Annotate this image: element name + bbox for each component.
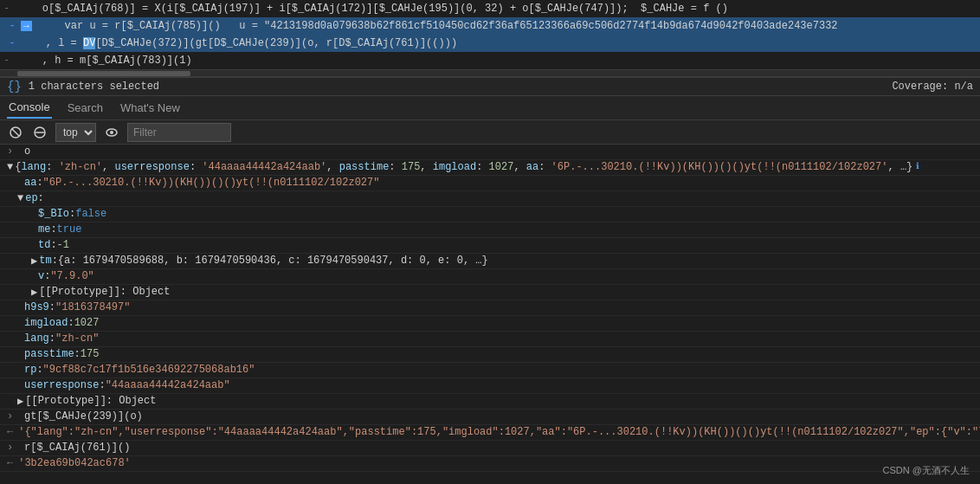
clear-icon (9, 126, 23, 139)
val-rp: "9cf88c7c17f1b516e34692275068ab16" (43, 364, 255, 376)
prop-userresponse: userresponse : "44aaaa44442a424aab" (0, 378, 980, 394)
key-v: v (38, 270, 44, 282)
line-content-1: o[$_CAIAj(768)] = X(i[$_CAIAj(197)] + i[… (17, 3, 728, 15)
context-select[interactable]: top (55, 123, 96, 142)
prompt-left2: ← (7, 457, 13, 469)
val-bio: false (75, 208, 106, 220)
val-h9s9: "1816378497" (55, 301, 130, 313)
line-dash-1: - (3, 3, 17, 15)
scrollbar-thumb[interactable] (17, 71, 190, 76)
val-aa: "6P.-...30210.(!!Kv))(KH())()()yt(!!(n01… (43, 177, 380, 189)
horizontal-scrollbar[interactable] (0, 69, 980, 76)
filter-toggle-button[interactable] (31, 124, 48, 141)
toolbar: top (0, 120, 980, 145)
line-content-2: → var u = r[$_CAIAj(785)]() u = "4213198… (21, 20, 838, 32)
console-object-root[interactable]: ▼ {lang: 'zh-cn', userresponse: '44aaaa4… (0, 160, 980, 176)
key-passtime: passtime (24, 348, 74, 360)
status-bar: {} 1 characters selected Coverage: n/a (0, 77, 980, 96)
selected-text-status: 1 characters selected (29, 81, 159, 93)
key-userresponse: userresponse (24, 379, 99, 391)
key-bio: $_BIo (38, 208, 69, 220)
prompt-gt: › (7, 145, 21, 158)
prop-passtime: passtime : 175 (0, 347, 980, 363)
console-input-r: › r[$_CAIAj(761)]() (0, 441, 980, 456)
filter-input[interactable] (127, 123, 231, 142)
val-proto-ep: [[Prototype]]: Object (39, 286, 170, 298)
code-line-4: - , h = m[$_CAIAj(783)](1) (0, 52, 980, 69)
val-json-output: '{"lang":"zh-cn","userresponse":"44aaaa4… (18, 426, 980, 438)
prompt-gt3: › (7, 442, 21, 454)
val-v: "7.9.0" (50, 270, 93, 282)
expand-arrow-root[interactable]: ▼ (7, 161, 13, 173)
val-me: true (57, 223, 82, 236)
key-ep: ep (25, 192, 37, 204)
line-dash-4: - (3, 55, 17, 67)
key-lang: lang (24, 332, 49, 345)
highlight-dv: DV (83, 37, 95, 49)
prop-ep-expand[interactable]: ▼ ep : (0, 191, 980, 207)
brace-icon: {} (7, 80, 22, 94)
coverage-status: Coverage: n/a (892, 81, 973, 93)
eye-button[interactable] (103, 124, 120, 141)
key-td: td (38, 239, 50, 251)
input-text-o: o (24, 145, 30, 158)
tab-console[interactable]: Console (7, 97, 52, 119)
eye-icon (105, 126, 119, 139)
val-proto-root: [[Prototype]]: Object (25, 395, 156, 407)
prop-me: me : true (0, 223, 980, 238)
prop-h9s9: h9s9 : "1816378497" (0, 300, 980, 316)
code-line-1: - o[$_CAIAj(768)] = X(i[$_CAIAj(197)] + … (0, 0, 980, 17)
line-marker-2: - (3, 20, 21, 32)
line-content-4: , h = m[$_CAIAj(783)](1) (17, 55, 192, 67)
val-tm-preview: {a: 1679470589688, b: 1679470590436, c: … (58, 255, 488, 267)
prop-bio: $_BIo : false (0, 207, 980, 223)
val-td: -1 (57, 239, 69, 251)
prop-rp: rp : "9cf88c7c17f1b516e34692275068ab16" (0, 363, 980, 378)
tab-whatsnew[interactable]: What's New (119, 98, 182, 118)
key-aa: aa (24, 177, 36, 189)
prompt-gt2: › (7, 410, 21, 423)
val-passtime: 175 (81, 348, 100, 360)
key-h9s9: h9s9 (24, 301, 49, 313)
input-text-r: r[$_CAIAj(761)]() (24, 442, 130, 454)
key-rp: rp (24, 364, 36, 376)
key-imgload: imgload (24, 317, 68, 329)
code-area: - o[$_CAIAj(768)] = X(i[$_CAIAj(197)] + … (0, 0, 980, 77)
console-input-gt: › gt[$_CAHJe(239)](o) (0, 410, 980, 425)
console-output-json: ← '{"lang":"zh-cn","userresponse":"44aaa… (0, 425, 980, 441)
info-icon[interactable]: ℹ (916, 161, 919, 171)
tabs-bar: Console Search What's New (0, 96, 980, 120)
prop-v: v : "7.9.0" (0, 269, 980, 285)
val-r-output: '3b2ea69b042ac678' (18, 457, 131, 469)
expand-arrow-ep[interactable]: ▼ (17, 192, 23, 204)
expand-arrow-proto-root[interactable]: ▶ (17, 395, 23, 408)
prop-aa: aa : "6P.-...30210.(!!Kv))(KH())()()yt(!… (0, 176, 980, 191)
filter-icon (33, 126, 47, 139)
prop-tm-expand[interactable]: ▶ tm : {a: 1679470589688, b: 16794705904… (0, 254, 980, 269)
code-line-2: - → var u = r[$_CAIAj(785)]() u = "42131… (0, 17, 980, 35)
prop-imgload: imgload : 1027 (0, 316, 980, 332)
prop-proto-root[interactable]: ▶ [[Prototype]]: Object (0, 394, 980, 410)
expand-arrow-proto-ep[interactable]: ▶ (31, 286, 37, 299)
val-userresponse: "44aaaa44442a424aab" (106, 379, 230, 391)
tab-search[interactable]: Search (66, 98, 105, 118)
line-marker-3: - (3, 37, 21, 49)
prop-lang: lang : "zh-cn" (0, 332, 980, 347)
key-tm: tm (39, 255, 51, 267)
prop-td: td : -1 (0, 238, 980, 254)
clear-console-button[interactable] (7, 124, 24, 141)
code-line-3: - , l = DV[D$_CAHJe(372)](gt[D$_CAHJe(23… (0, 35, 980, 52)
key-me: me (38, 223, 50, 236)
expand-arrow-tm[interactable]: ▶ (31, 255, 37, 268)
console-area[interactable]: › o ▼ {lang: 'zh-cn', userresponse: '44a… (0, 145, 980, 484)
input-text-gt: gt[$_CAHJe(239)](o) (24, 410, 143, 423)
val-lang: "zh-cn" (55, 332, 99, 345)
prompt-left: ← (7, 426, 13, 438)
svg-point-5 (110, 131, 113, 134)
console-output-r: ← '3b2ea69b042ac678' (0, 456, 980, 472)
svg-line-1 (12, 129, 19, 136)
blue-arrow: → (21, 21, 32, 31)
line-content-3: , l = DV[D$_CAHJe(372)](gt[D$_CAHJe(239)… (21, 37, 457, 49)
prop-proto-ep[interactable]: ▶ [[Prototype]]: Object (0, 285, 980, 300)
val-imgload: 1027 (74, 317, 100, 329)
